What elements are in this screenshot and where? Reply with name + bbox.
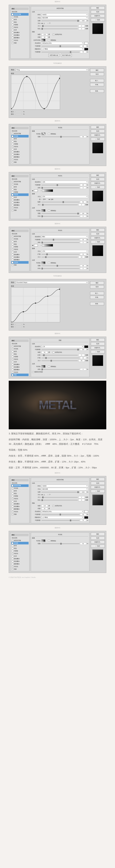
shadow-color[interactable] [84,48,88,50]
angle-input[interactable]: 120 [42,33,48,36]
gloss-contour[interactable] [42,39,45,41]
ok-button[interactable]: 确定 [91,477,105,481]
checkbox[interactable] [12,32,14,33]
soften-input[interactable]: 0 [78,28,85,30]
range-slider[interactable] [42,136,79,137]
contour-picker[interactable] [42,209,45,212]
checkbox[interactable] [12,24,14,26]
curve-graph[interactable] [11,287,60,322]
cancel-button[interactable]: 取消 [91,10,105,13]
new-style-button[interactable]: 新建样式... [91,236,105,240]
preview-toggle[interactable]: ✓ 预览 [91,240,105,244]
depth-input[interactable]: 1000 [80,20,86,22]
ok-button[interactable]: 确定 [91,174,105,177]
contour-picker[interactable] [42,133,45,135]
item-gradient-overlay[interactable]: 渐变叠加 [11,34,28,36]
item-color-overlay[interactable]: 颜色叠加 [11,31,28,34]
radio-color[interactable]: ◉ [32,190,33,191]
new-style-button[interactable]: 新建样式... [91,540,105,544]
new-style-button[interactable]: 新建样式... [91,133,105,137]
cancel-button[interactable]: 取消 [91,129,105,133]
item-drop-shadow[interactable]: 投影 [11,42,28,44]
highlight-mode-dropdown[interactable]: 颜色减淡(添加)▾ [42,42,84,44]
range-input[interactable]: 50 [80,135,86,138]
ok-button[interactable]: 确定 [91,125,105,129]
new-style-button[interactable]: 新建样式... [91,346,105,349]
glow-gradient[interactable] [42,189,53,192]
preview-toggle[interactable]: ✓ 预览 [91,137,105,141]
save-button[interactable]: 存储... [90,83,104,86]
size-input[interactable]: 2 [78,25,85,27]
reset-default-button[interactable]: 复位为默认值 [61,54,72,57]
shadow-mode-dropdown[interactable]: 正片叠底▾ [42,48,84,50]
ok-button[interactable]: 确定 [91,6,105,9]
new-style-button[interactable]: 新建样式... [91,486,105,489]
checkbox[interactable] [12,34,14,36]
highlight-color[interactable] [84,42,88,44]
ok-button[interactable]: 确定 [91,228,105,231]
highlight-opacity-input[interactable]: 48 [80,45,86,47]
technique-dropdown[interactable]: 雕刻清晰▾ [42,17,88,19]
shadow-opacity-input[interactable]: 75 [80,51,86,53]
depth-slider[interactable] [42,21,79,21]
style-dropdown[interactable]: 内斜面▾ [42,13,88,16]
preview-toggle[interactable]: ✓ 预览 [91,545,105,548]
item-texture[interactable]: 纹理 [11,18,28,21]
cancel-button[interactable]: 取消 [90,285,104,288]
checkbox[interactable] [12,37,14,39]
global-light-checkbox[interactable] [53,34,54,35]
item-inner-glow[interactable]: 内发光 [11,26,28,29]
blend-dropdown[interactable]: 变亮▾ [42,181,88,183]
item-inner-shadow[interactable]: 内阴影 [11,24,28,26]
radio-down[interactable]: ○ [48,23,48,24]
new-style-button[interactable]: 新建样式... [91,182,105,185]
antialias-checkbox[interactable] [48,39,50,41]
cancel-button[interactable]: 取消 [91,232,105,236]
cancel-button[interactable]: 取消 [91,482,105,485]
radio-gradient[interactable]: ○ [41,190,42,191]
preview-toggle[interactable]: ✓ 预览 [91,186,105,189]
ok-button[interactable]: 确定 [91,338,105,341]
checkbox[interactable] [12,39,14,41]
save-button[interactable]: 存储... [90,296,104,299]
input-value[interactable] [16,112,22,112]
new-button[interactable]: 新建... [90,302,104,305]
preset-dropdown[interactable]: Rounded Steps▾ [16,281,88,284]
checkbox[interactable] [12,21,14,23]
item-satin[interactable]: 光泽 [11,29,28,31]
shadow-opacity-slider[interactable] [42,52,79,53]
cancel-button[interactable]: 取消 [90,72,104,76]
new-style-button[interactable]: 新建样式... [91,14,105,18]
preset-dropdown[interactable]: Ring▾ [16,69,88,71]
checkbox[interactable] [12,19,14,21]
make-default-button[interactable]: 设置为默认值 [48,54,59,57]
item-bevel[interactable]: 斜面和浮雕 [11,13,28,16]
cancel-button[interactable]: 取消 [91,536,105,540]
highlight-opacity-slider[interactable] [42,46,79,46]
checkbox[interactable] [12,13,14,15]
checkbox[interactable] [12,27,14,28]
load-button[interactable]: 载入... [90,292,104,295]
item-contour[interactable]: 等高线 [11,16,28,18]
load-button[interactable]: 载入... [90,79,104,82]
ok-button[interactable]: 确定 [91,532,105,536]
size-slider[interactable] [42,26,78,26]
ok-button[interactable]: 确定 [90,281,104,284]
soften-slider[interactable] [42,28,78,29]
shadow-color[interactable] [84,345,88,348]
ok-button[interactable]: 确定 [90,69,104,72]
checkbox[interactable] [12,42,14,44]
preview-toggle[interactable]: ✓ 预览 [91,18,105,22]
checkbox[interactable] [12,29,14,31]
item-outer-glow[interactable]: 外发光 [11,39,28,42]
cancel-button[interactable]: 取消 [91,342,105,345]
blend-options[interactable]: 混合选项 [11,10,28,13]
item-stroke[interactable]: 描边 [11,21,28,24]
preview-toggle[interactable]: ✓ 预览 [91,490,105,493]
item-pattern-overlay[interactable]: 图案叠加 [11,36,28,39]
cancel-button[interactable]: 取消 [91,178,105,181]
curve-graph[interactable] [11,75,60,110]
new-button[interactable]: 新建... [90,89,104,93]
antialias-checkbox[interactable] [48,133,50,135]
preview-toggle[interactable]: ✓ 预览 [91,350,105,353]
